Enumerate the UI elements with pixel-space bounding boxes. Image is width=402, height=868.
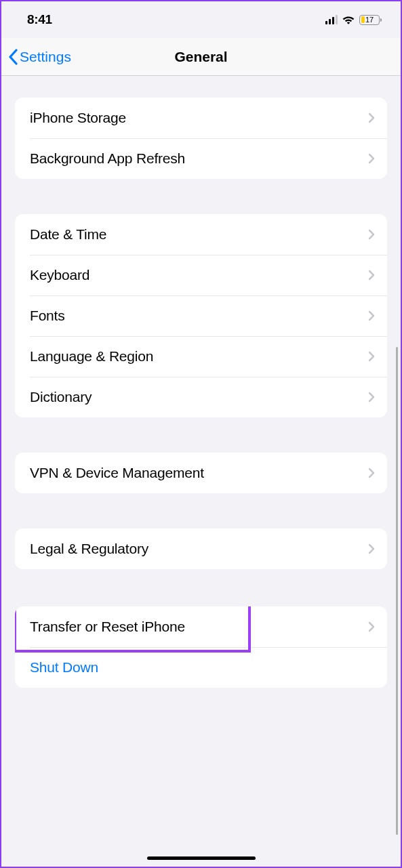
group-system: Date & Time Keyboard Fonts Language & Re…	[15, 214, 387, 417]
wifi-icon	[342, 15, 355, 24]
row-legal-regulatory[interactable]: Legal & Regulatory	[15, 529, 387, 569]
back-button[interactable]: Settings	[8, 49, 71, 65]
chevron-right-icon	[368, 351, 375, 362]
row-iphone-storage[interactable]: iPhone Storage	[15, 98, 387, 138]
row-label: Background App Refresh	[30, 150, 185, 167]
status-bar: 8:41 17	[1, 1, 401, 38]
chevron-right-icon	[368, 392, 375, 402]
row-label: iPhone Storage	[30, 110, 126, 126]
chevron-left-icon	[8, 49, 18, 65]
chevron-right-icon	[368, 543, 375, 554]
back-label: Settings	[20, 49, 71, 65]
home-indicator[interactable]	[147, 856, 256, 860]
status-icons: 17	[325, 15, 382, 25]
row-keyboard[interactable]: Keyboard	[15, 255, 387, 295]
chevron-right-icon	[368, 112, 375, 123]
group-reset: Transfer or Reset iPhone Shut Down	[15, 606, 387, 688]
content-scroll[interactable]: iPhone Storage Background App Refresh Da…	[1, 76, 401, 867]
group-vpn: VPN & Device Management	[15, 453, 387, 493]
chevron-right-icon	[368, 270, 375, 281]
battery-icon: 17	[359, 15, 382, 25]
cellular-signal-icon	[325, 15, 338, 24]
row-language-region[interactable]: Language & Region	[15, 336, 387, 377]
row-label: Date & Time	[30, 226, 106, 243]
chevron-right-icon	[368, 468, 375, 478]
row-background-app-refresh[interactable]: Background App Refresh	[15, 138, 387, 179]
scroll-indicator	[396, 347, 398, 835]
chevron-right-icon	[368, 229, 375, 240]
row-label: Legal & Regulatory	[30, 541, 148, 557]
row-vpn-device-management[interactable]: VPN & Device Management	[15, 453, 387, 493]
status-time: 8:41	[27, 12, 52, 27]
nav-header: Settings General	[1, 38, 401, 76]
row-label: Keyboard	[30, 267, 89, 283]
row-label: VPN & Device Management	[30, 465, 204, 481]
group-storage: iPhone Storage Background App Refresh	[15, 98, 387, 179]
row-label: Shut Down	[30, 659, 98, 676]
row-label: Language & Region	[30, 348, 153, 365]
row-dictionary[interactable]: Dictionary	[15, 377, 387, 417]
row-date-time[interactable]: Date & Time	[15, 214, 387, 255]
settings-general-screen: 8:41 17 Settings General	[1, 1, 401, 867]
row-label: Transfer or Reset iPhone	[30, 619, 185, 635]
chevron-right-icon	[368, 621, 375, 632]
row-shut-down[interactable]: Shut Down	[15, 647, 387, 688]
row-label: Dictionary	[30, 389, 92, 405]
chevron-right-icon	[368, 153, 375, 164]
row-fonts[interactable]: Fonts	[15, 295, 387, 336]
row-transfer-reset[interactable]: Transfer or Reset iPhone	[15, 606, 387, 647]
battery-percent: 17	[360, 16, 379, 24]
row-label: Fonts	[30, 308, 65, 324]
group-legal: Legal & Regulatory	[15, 529, 387, 569]
chevron-right-icon	[368, 310, 375, 321]
